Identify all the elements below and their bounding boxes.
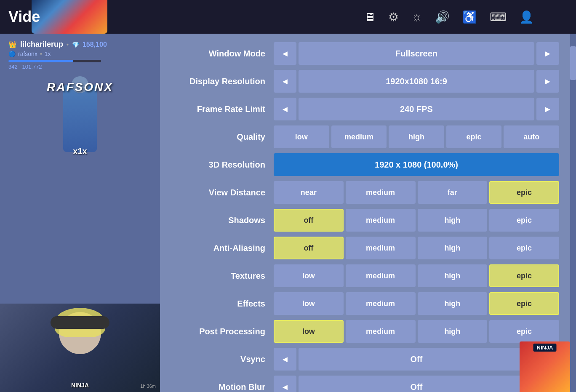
setting-label-4: 3D Resolution [177, 160, 274, 170]
opt-btn-10-3[interactable]: epic [489, 320, 559, 343]
setting-row-9: Effectslowmediumhighepic [177, 292, 559, 315]
setting-control-10: lowmediumhighepic [274, 320, 559, 343]
setting-label-7: Anti-Aliasing [177, 243, 274, 253]
setting-row-10: Post Processinglowmediumhighepic [177, 320, 559, 343]
brightness-icon[interactable]: ☼ [411, 10, 422, 24]
ninja-label: NINJA [533, 344, 556, 352]
streamer-currency: 158,100 [83, 41, 107, 48]
opt-btn-9-2[interactable]: high [418, 292, 488, 315]
character-name: RAFSONX [47, 80, 113, 94]
opt-btn-3-1[interactable]: medium [331, 125, 387, 148]
streamer-name-row: 👑 lilcharilerup • 💎 158,100 [8, 40, 152, 49]
setting-row-3: Qualitylowmediumhighepicauto [177, 125, 559, 148]
setting-label-12: Motion Blur [177, 382, 274, 392]
webcam-time: 1h 36m [140, 384, 156, 389]
setting-label-3: Quality [177, 132, 274, 142]
crown-icon: 👑 [8, 40, 17, 48]
controller-icon[interactable]: ⌨ [490, 10, 507, 24]
character-area: RAFSONX x1x [0, 76, 160, 160]
right-arrow-0[interactable]: ► [536, 42, 559, 65]
opt-btn-5-2[interactable]: far [418, 181, 488, 204]
left-arrow-1[interactable]: ◄ [274, 70, 296, 93]
opt-btn-6-0[interactable]: off [274, 209, 344, 232]
setting-control-0: ◄Fullscreen► [274, 42, 559, 65]
left-arrow-2[interactable]: ◄ [274, 98, 296, 120]
main-content: 👑 lilcharilerup • 💎 158,100 🔵 rafsonx • … [0, 34, 576, 392]
opt-btn-3-3[interactable]: epic [446, 125, 502, 148]
setting-label-11: Vsync [177, 355, 274, 364]
sub-icon: 🔵 [8, 51, 16, 57]
opt-btn-5-0[interactable]: near [274, 181, 344, 204]
value-display-1: 1920x1080 16:9 [299, 70, 534, 93]
nav-icons-bar: 🖥 ⚙ ☼ 🔊 ♿ ⌨ 👤 [364, 10, 534, 24]
opt-btn-8-0[interactable]: low [274, 264, 344, 287]
top-bar: Vide 🖥 ⚙ ☼ 🔊 ♿ ⌨ 👤 [0, 0, 576, 34]
opt-btn-9-0[interactable]: low [274, 292, 344, 315]
opt-btn-6-2[interactable]: high [418, 209, 488, 232]
opt-btn-9-3[interactable]: epic [489, 292, 559, 315]
right-arrow-2[interactable]: ► [536, 98, 559, 120]
opt-btn-3-0[interactable]: low [274, 125, 329, 148]
monitor-icon[interactable]: 🖥 [364, 10, 376, 24]
opt-btn-7-1[interactable]: medium [346, 237, 416, 259]
left-arrow-12[interactable]: ◄ [274, 376, 296, 392]
webcam-area: NINJA 1h 36m [0, 304, 160, 392]
setting-control-9: lowmediumhighepic [274, 292, 559, 315]
opt-btn-8-2[interactable]: high [418, 264, 488, 287]
opt-btn-8-1[interactable]: medium [346, 264, 416, 287]
opt-btn-7-0[interactable]: off [274, 237, 344, 259]
scrollbar[interactable] [570, 34, 576, 392]
scrollbar-thumb[interactable] [570, 46, 576, 80]
sub-level: 1x [45, 51, 51, 57]
option-group-5: nearmediumfarepic [274, 181, 559, 204]
setting-row-1: Display Resolution◄1920x1080 16:9► [177, 70, 559, 93]
setting-control-8: lowmediumhighepic [274, 264, 559, 287]
title-image [32, 0, 107, 34]
value-display-12: Off [299, 376, 534, 392]
dot2: • [40, 51, 42, 57]
setting-label-0: Window Mode [177, 49, 274, 59]
opt-btn-3-4[interactable]: auto [504, 125, 559, 148]
webcam-video [0, 304, 160, 392]
accessibility-icon[interactable]: ♿ [462, 10, 477, 24]
setting-row-6: Shadowsoffmediumhighepic [177, 209, 559, 232]
opt-btn-5-1[interactable]: medium [346, 181, 416, 204]
opt-btn-8-3[interactable]: epic [489, 264, 559, 287]
option-group-9: lowmediumhighepic [274, 292, 559, 315]
setting-control-5: nearmediumfarepic [274, 181, 559, 204]
setting-control-6: offmediumhighepic [274, 209, 559, 232]
opt-btn-7-2[interactable]: high [418, 237, 488, 259]
opt-btn-10-1[interactable]: medium [346, 320, 416, 343]
option-group-10: lowmediumhighepic [274, 320, 559, 343]
sub-name: rafsonx [18, 51, 37, 57]
setting-row-11: Vsync◄Off► [177, 348, 559, 371]
settings-panel: Window Mode◄Fullscreen►Display Resolutio… [160, 34, 576, 392]
opt-btn-10-0[interactable]: low [274, 320, 344, 343]
setting-label-10: Post Processing [177, 327, 274, 336]
user-icon[interactable]: 👤 [519, 10, 534, 24]
setting-label-5: View Distance [177, 188, 274, 197]
opt-btn-6-1[interactable]: medium [346, 209, 416, 232]
opt-btn-6-3[interactable]: epic [489, 209, 559, 232]
opt-btn-3-2[interactable]: high [389, 125, 444, 148]
streamer-name: lilcharilerup [20, 40, 63, 49]
setting-control-12: ◄Off► [274, 376, 559, 392]
setting-control-11: ◄Off► [274, 348, 559, 371]
opt-btn-10-2[interactable]: high [418, 320, 488, 343]
level-display: 342 [8, 64, 18, 70]
dot-separator: • [67, 41, 69, 48]
opt-btn-7-3[interactable]: epic [489, 237, 559, 259]
setting-label-2: Frame Rate Limit [177, 104, 274, 114]
xp-bar-fill [8, 60, 73, 62]
left-arrow-11[interactable]: ◄ [274, 348, 296, 371]
right-arrow-1[interactable]: ► [536, 70, 559, 93]
left-arrow-0[interactable]: ◄ [274, 42, 296, 65]
streamer-sub-row: 🔵 rafsonx • 1x [8, 51, 152, 57]
gear-icon[interactable]: ⚙ [388, 10, 399, 24]
option-group-8: lowmediumhighepic [274, 264, 559, 287]
opt-btn-9-1[interactable]: medium [346, 292, 416, 315]
setting-control-1: ◄1920x1080 16:9► [274, 70, 559, 93]
opt-btn-5-3[interactable]: epic [489, 181, 559, 204]
audio-icon[interactable]: 🔊 [435, 10, 450, 24]
value-display-11: Off [299, 348, 534, 371]
